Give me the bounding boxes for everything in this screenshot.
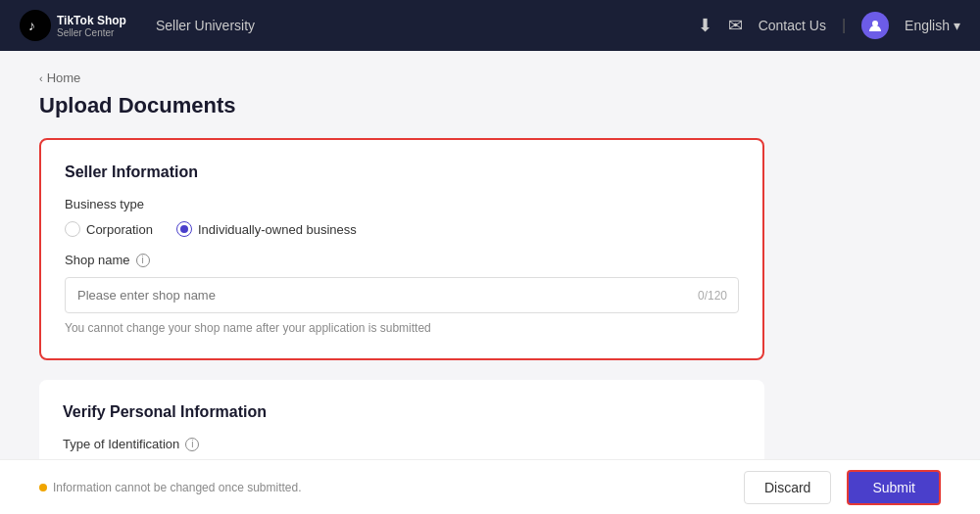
shop-name-info-icon[interactable]: i: [136, 254, 150, 267]
message-icon[interactable]: ✉: [728, 15, 743, 36]
header-right: ⬇ ✉ Contact Us | English ▾: [698, 12, 960, 39]
avatar[interactable]: [861, 12, 889, 39]
corporation-radio[interactable]: Corporation: [65, 221, 153, 237]
page-title: Upload Documents: [39, 93, 843, 118]
seller-info-card: Seller Information Business type Corpora…: [39, 138, 764, 360]
shop-name-hint: You cannot change your shop name after y…: [65, 321, 739, 335]
footer-warning-text: Information cannot be changed once submi…: [53, 481, 302, 494]
svg-point-0: [20, 10, 51, 41]
logo: ♪ TikTok Shop Seller Center: [20, 10, 126, 41]
shop-name-input[interactable]: [65, 277, 739, 313]
footer-bar: Information cannot be changed once submi…: [0, 459, 980, 514]
svg-text:♪: ♪: [28, 18, 35, 33]
contact-us-button[interactable]: Contact Us: [759, 18, 826, 33]
id-type-label: Type of Identification i: [63, 437, 741, 451]
submit-button[interactable]: Submit: [847, 470, 941, 505]
breadcrumb[interactable]: ‹ Home: [39, 70, 843, 85]
discard-button[interactable]: Discard: [744, 471, 831, 504]
business-type-radio-group: Corporation Individually-owned business: [65, 221, 739, 237]
header: ♪ TikTok Shop Seller Center Seller Unive…: [0, 0, 980, 51]
individually-owned-radio-circle: [176, 221, 192, 237]
seller-university-link[interactable]: Seller University: [156, 18, 255, 33]
breadcrumb-home[interactable]: Home: [47, 70, 81, 85]
footer-info: Information cannot be changed once submi…: [39, 481, 302, 494]
tiktok-logo-icon: ♪: [20, 10, 51, 41]
radio-selected-dot: [180, 225, 188, 233]
logo-text: TikTok Shop Seller Center: [57, 14, 126, 38]
header-left: ♪ TikTok Shop Seller Center Seller Unive…: [20, 10, 255, 41]
seller-info-title: Seller Information: [65, 164, 739, 181]
char-count: 0/120: [698, 289, 727, 303]
id-type-info-icon[interactable]: i: [185, 438, 199, 451]
breadcrumb-arrow-icon: ‹: [39, 72, 43, 84]
download-icon[interactable]: ⬇: [698, 15, 712, 36]
verify-info-title: Verify Personal Information: [63, 403, 741, 421]
warning-dot-icon: [39, 484, 47, 491]
shop-name-input-wrapper: 0/120: [65, 277, 739, 313]
individually-owned-radio[interactable]: Individually-owned business: [176, 221, 357, 237]
main-content: ‹ Home Upload Documents Seller Informati…: [0, 51, 882, 514]
corporation-radio-circle: [65, 221, 80, 237]
shop-name-label: Shop name i: [65, 253, 739, 267]
language-selector[interactable]: English ▾: [905, 18, 960, 33]
business-type-label: Business type: [65, 197, 739, 211]
